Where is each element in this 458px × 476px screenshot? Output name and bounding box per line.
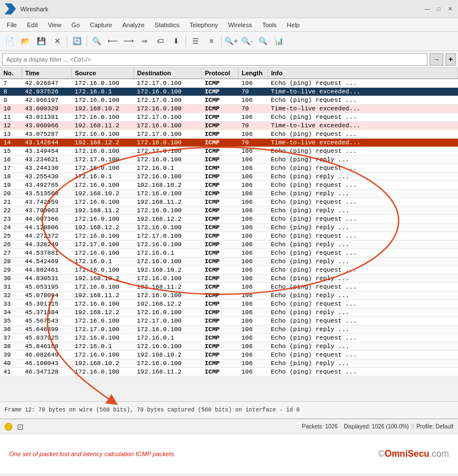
table-row[interactable]: 1443.142644192.168.12.2172.16.0.100ICMP7… xyxy=(0,139,458,147)
toolbar-list[interactable]: ☰ xyxy=(188,34,203,49)
toolbar-down-arrow[interactable]: ⬇ xyxy=(168,34,183,49)
table-row[interactable]: 1043.000329192.168.10.2172.16.0.100ICMP7… xyxy=(0,105,458,113)
toolbar-go-prev[interactable]: ⟵ xyxy=(105,34,120,49)
menu-tools[interactable]: Tools xyxy=(258,20,282,29)
filter-apply-button[interactable]: → xyxy=(430,53,443,66)
table-row[interactable]: 3946.082649172.16.0.100192.168.10.2ICMP1… xyxy=(0,351,458,359)
table-row[interactable]: 3145.053195172.16.0.100192.168.11.2ICMP1… xyxy=(0,283,458,291)
maximize-button[interactable]: □ xyxy=(435,6,442,12)
table-cell: 172.16.0.100 xyxy=(133,258,201,266)
filter-add-button[interactable]: + xyxy=(446,53,456,66)
table-row[interactable]: 4046.108043192.168.10.2172.16.0.100ICMP1… xyxy=(0,359,458,368)
table-row[interactable]: 942.966197172.16.0.100172.17.0.100ICMP10… xyxy=(0,96,458,105)
menu-view[interactable]: View xyxy=(44,20,66,29)
table-row[interactable]: 2243.790963192.168.11.2172.16.0.100ICMP1… xyxy=(0,207,458,215)
packet-table: No. Time Source Destination Protocol Len… xyxy=(0,68,458,376)
col-protocol[interactable]: Protocol xyxy=(201,68,238,79)
menu-file[interactable]: File xyxy=(2,20,21,29)
table-row[interactable]: 3044.830531192.168.10.2172.16.0.100ICMP1… xyxy=(0,275,458,283)
menu-capture[interactable]: Capture xyxy=(85,20,116,29)
close-button[interactable]: ✕ xyxy=(447,6,453,12)
packet-table-container[interactable]: No. Time Source Destination Protocol Len… xyxy=(0,68,458,402)
table-cell: 172.16.0.1 xyxy=(133,334,201,342)
table-cell: 45.078094 xyxy=(21,291,71,300)
menu-help[interactable]: Help xyxy=(282,20,304,29)
table-cell: ICMP xyxy=(201,334,238,342)
col-time[interactable]: Time xyxy=(21,68,71,79)
table-row[interactable]: 2744.537881172.16.0.100172.16.0.1ICMP106… xyxy=(0,249,458,258)
col-destination[interactable]: Destination xyxy=(133,68,201,79)
table-cell: 17 xyxy=(0,164,21,173)
table-cell: 35 xyxy=(0,317,21,325)
toolbar-close[interactable]: ✕ xyxy=(50,34,64,49)
table-cell: 172.16.0.100 xyxy=(71,351,133,359)
table-row[interactable]: 842.937526172.16.0.1172.16.0.100ICMP70Ti… xyxy=(0,88,458,96)
menu-wireless[interactable]: Wireless xyxy=(224,20,257,29)
toolbar-reload[interactable]: 🔄 xyxy=(70,34,84,49)
table-row[interactable]: 2143.742959172.16.0.100192.168.11.2ICMP1… xyxy=(0,198,458,207)
col-length[interactable]: Length xyxy=(238,68,267,79)
table-row[interactable]: 1943.492765172.16.0.100192.168.10.2ICMP1… xyxy=(0,181,458,190)
table-cell: 172.17.0.100 xyxy=(133,130,201,139)
table-row[interactable]: 3445.371384192.168.12.2172.16.0.100ICMP1… xyxy=(0,308,458,317)
table-cell: 172.16.0.100 xyxy=(71,181,133,190)
table-cell: ICMP xyxy=(201,283,238,291)
menu-telephony[interactable]: Telephony xyxy=(185,20,222,29)
table-row[interactable]: 1243.060966192.168.11.2172.16.0.100ICMP7… xyxy=(0,122,458,130)
table-row[interactable]: 1843.255430172.16.0.1172.16.0.100ICMP106… xyxy=(0,173,458,181)
table-cell: 42.966197 xyxy=(21,96,71,105)
toolbar-save[interactable]: 💾 xyxy=(34,34,49,49)
table-row[interactable]: 1743.244130172.16.0.100172.16.0.1ICMP106… xyxy=(0,164,458,173)
table-row[interactable]: 3245.078094192.168.11.2172.16.0.100ICMP1… xyxy=(0,291,458,300)
menu-analyze[interactable]: Analyze xyxy=(118,20,149,29)
table-row[interactable]: 1543.149454172.16.0.100172.17.0.100ICMP1… xyxy=(0,147,458,156)
toolbar-zoom-in[interactable]: 🔍+ xyxy=(224,34,239,49)
toolbar-zoom-reset[interactable]: 🔍 xyxy=(256,34,270,49)
toolbar-go-next[interactable]: ⟶ xyxy=(121,34,136,49)
table-row[interactable]: 3845.846158172.16.0.1172.16.0.100ICMP106… xyxy=(0,342,458,351)
toolbar-zoom-out[interactable]: 🔍- xyxy=(240,34,254,49)
table-row[interactable]: 1143.011381172.16.0.100172.17.0.100ICMP1… xyxy=(0,113,458,122)
table-row[interactable]: 3745.837925172.16.0.100172.16.0.1ICMP106… xyxy=(0,334,458,342)
table-cell: Echo (ping) request ... xyxy=(267,266,458,275)
toolbar-stats[interactable]: 📊 xyxy=(271,34,286,49)
table-row[interactable]: 2344.007366172.16.0.100192.168.12.2ICMP1… xyxy=(0,215,458,224)
table-row[interactable]: 2043.513560192.168.10.2172.16.0.100ICMP1… xyxy=(0,190,458,198)
table-row[interactable]: 1643.234621172.17.0.100172.16.0.100ICMP1… xyxy=(0,156,458,164)
table-cell: 172.16.0.100 xyxy=(71,130,133,139)
table-row[interactable]: 742.926847172.16.0.100172.17.0.100ICMP10… xyxy=(0,79,458,88)
table-cell: 172.17.0.100 xyxy=(133,96,201,105)
table-row[interactable]: 2844.542469172.16.0.1172.16.0.100ICMP106… xyxy=(0,258,458,266)
table-cell: 38 xyxy=(0,342,21,351)
table-row[interactable]: 4146.347128172.16.0.100192.168.11.2ICMP1… xyxy=(0,368,458,376)
table-cell: 172.17.0.100 xyxy=(71,156,133,164)
menu-statistics[interactable]: Statistics xyxy=(150,20,184,29)
table-row[interactable]: 2644.328249172.17.0.100172.16.0.100ICMP1… xyxy=(0,241,458,249)
table-row[interactable]: 2444.120806192.168.12.2172.16.0.100ICMP1… xyxy=(0,224,458,232)
table-cell: ICMP xyxy=(201,266,238,275)
toolbar-open[interactable]: 📂 xyxy=(18,34,33,49)
table-cell: 172.16.0.100 xyxy=(133,308,201,317)
table-cell: ICMP xyxy=(201,308,238,317)
table-row[interactable]: 3645.646899172.17.0.100172.16.0.100ICMP1… xyxy=(0,325,458,334)
menu-edit[interactable]: Edit xyxy=(23,20,42,29)
table-row[interactable]: 3545.567543172.16.0.100172.17.0.100ICMP1… xyxy=(0,317,458,325)
toolbar-search[interactable]: 🔍 xyxy=(89,34,104,49)
table-cell: 192.168.10.2 xyxy=(133,351,201,359)
menu-go[interactable]: Go xyxy=(67,20,84,29)
col-source[interactable]: Source xyxy=(71,68,133,79)
table-row[interactable]: 2544.272372172.16.0.100172.17.0.100ICMP1… xyxy=(0,232,458,241)
toolbar-new[interactable]: 📄 xyxy=(2,34,17,49)
table-cell: 18 xyxy=(0,173,21,181)
table-row[interactable]: 2944.802461172.16.0.100192.168.10.2ICMP1… xyxy=(0,266,458,275)
filter-input[interactable] xyxy=(2,53,427,66)
minimize-button[interactable]: — xyxy=(424,6,431,12)
table-row[interactable]: 1343.075287172.16.0.100172.17.0.100ICMP1… xyxy=(0,130,458,139)
col-info[interactable]: Info xyxy=(267,68,458,79)
toolbar-list2[interactable]: ≡ xyxy=(204,34,219,49)
toolbar-jump[interactable]: ⇒ xyxy=(137,34,152,49)
table-row[interactable]: 3345.301715172.16.0.100192.168.12.2ICMP1… xyxy=(0,300,458,308)
toolbar-mark[interactable]: 🏷 xyxy=(153,34,167,49)
table-cell: 192.168.12.2 xyxy=(71,224,133,232)
col-no[interactable]: No. xyxy=(0,68,21,79)
